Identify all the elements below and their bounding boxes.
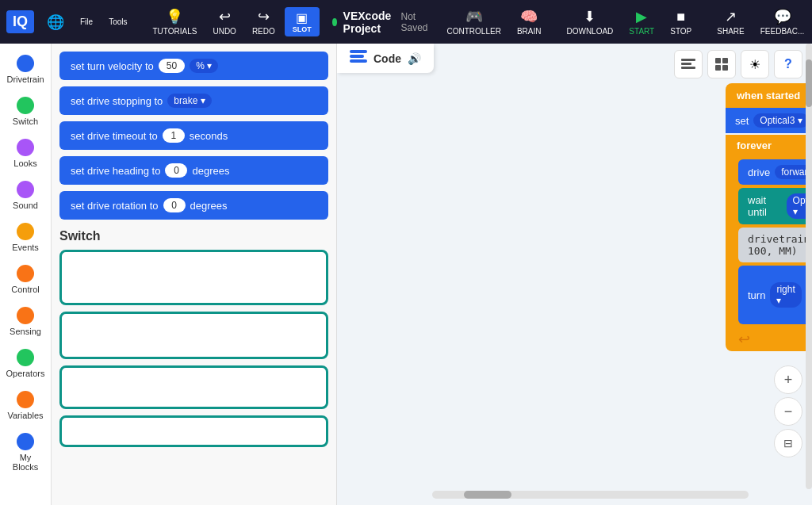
drivetrain-dot	[17, 55, 34, 72]
download-icon: ⬇	[584, 8, 596, 25]
slot-btn[interactable]: ▣ SLOT	[285, 7, 320, 36]
sidebar-item-sound[interactable]: Sound	[2, 176, 48, 215]
drivetrain-label: Drivetrain	[6, 75, 44, 84]
right-scrollbar[interactable]	[806, 44, 812, 489]
logo[interactable]: IQ	[6, 10, 34, 33]
start-label: START	[629, 27, 654, 36]
code-icon	[350, 50, 367, 67]
zoom-reset-btn[interactable]: ⊟	[774, 429, 802, 457]
optical3-pill[interactable]: Optical3 ▾	[753, 113, 808, 128]
undo-label: UNDO	[213, 27, 236, 36]
share-icon: ↗	[725, 8, 737, 25]
bottom-scroll-thumb[interactable]	[464, 491, 511, 499]
sidebar-item-sensing[interactable]: Sensing	[2, 302, 48, 341]
tutorials-btn[interactable]: 💡 TUTORIALS	[147, 5, 204, 39]
switch-label: Switch	[13, 117, 38, 126]
blocks-panel: set turn velocity to 50 % ▾ set drive st…	[52, 44, 337, 505]
switch-block-3[interactable]	[59, 365, 328, 409]
svg-rect-6	[715, 58, 721, 63]
drive-forward-block[interactable]: drive forward ▾	[738, 159, 812, 185]
forever-text: forever	[737, 140, 772, 151]
globe-btn[interactable]: 🌐	[40, 10, 71, 34]
drivetrain-code: drivetrain.drive_for(REVERSE, 100, MM)	[748, 233, 812, 257]
block-drive-heading[interactable]: set drive heading to 0 degrees	[59, 156, 328, 185]
undo-btn[interactable]: ↩ UNDO	[206, 5, 242, 39]
sidebar-item-looks[interactable]: Looks	[2, 134, 48, 173]
start-btn[interactable]: ▶ START	[622, 5, 661, 39]
switch-block-4[interactable]	[59, 415, 328, 447]
controller-label: CONTROLLER	[447, 27, 501, 36]
slot-label: SLOT	[293, 25, 312, 33]
sidebar-item-variables[interactable]: Variables	[2, 386, 48, 425]
switch-block-2[interactable]	[59, 312, 328, 359]
sidebar-item-switch[interactable]: Switch	[2, 92, 48, 131]
block-turn-velocity[interactable]: set turn velocity to 50 % ▾	[59, 52, 328, 80]
code-header: Code 🔊	[337, 44, 434, 73]
redo-label: REDO	[252, 27, 275, 36]
file-btn[interactable]: File	[74, 14, 99, 29]
block-drive-stopping[interactable]: set drive stopping to brake ▾	[59, 86, 328, 115]
sun-view-btn[interactable]: ☀	[741, 50, 769, 78]
feedback-icon: 💬	[774, 8, 791, 25]
drivetrain-drive-for-block[interactable]: drivetrain.drive_for(REVERSE, 100, MM)	[738, 228, 812, 262]
zoom-in-btn[interactable]: +	[774, 365, 802, 394]
brain-btn[interactable]: 🧠 BRAIN	[511, 5, 548, 39]
control-label: Control	[11, 285, 39, 294]
svg-rect-3	[681, 59, 695, 61]
operators-dot	[17, 349, 34, 366]
tools-label: Tools	[109, 17, 127, 26]
svg-rect-1	[350, 55, 364, 58]
main-area: Drivetrain Switch Looks Sound Events Con…	[0, 44, 812, 505]
project-dot	[332, 18, 337, 26]
set-optical-block[interactable]: set Optical3 ▾ to color ▾ mode	[726, 108, 812, 133]
svg-rect-0	[350, 50, 367, 53]
block-drive-rotation[interactable]: set drive rotation to 0 degrees	[59, 191, 328, 220]
looks-dot	[17, 139, 34, 156]
toolbar: IQ 🌐 File Tools 💡 TUTORIALS ↩ UNDO ↪ RED…	[0, 0, 812, 44]
file-label: File	[80, 17, 93, 26]
myblocks-dot	[17, 433, 34, 450]
canvas-area[interactable]: Code 🔊 ☀ ? when started set Optical3 ▾	[337, 44, 812, 505]
right-dropdown[interactable]: right ▾	[770, 282, 801, 308]
sidebar-item-control[interactable]: Control	[2, 260, 48, 299]
view-toolbar: ☀ ?	[674, 50, 802, 78]
code-view-btn[interactable]	[674, 50, 703, 78]
redo-btn[interactable]: ↪ REDO	[246, 5, 282, 39]
download-label: DOWNLOAD	[566, 27, 613, 36]
share-label: SHARE	[717, 27, 744, 36]
download-btn[interactable]: ⬇ DOWNLOAD	[560, 5, 619, 39]
grid-view-btn[interactable]	[707, 50, 736, 78]
zoom-controls: + − ⊟	[774, 365, 802, 457]
controller-icon: 🎮	[465, 8, 483, 25]
brain-icon: 🧠	[520, 8, 538, 25]
brain-label: BRAIN	[517, 27, 542, 36]
when-started-block[interactable]: when started	[726, 83, 812, 108]
bottom-scrollbar[interactable]	[432, 491, 749, 499]
block-group-main: when started set Optical3 ▾ to color ▾ m…	[726, 83, 812, 351]
feedback-label: FEEDBAC...	[760, 27, 805, 36]
svg-rect-2	[350, 59, 367, 63]
myblocks-label: My Blocks	[6, 453, 45, 472]
help-btn[interactable]: ?	[774, 50, 802, 78]
right-scroll-thumb[interactable]	[806, 59, 812, 107]
operators-label: Operators	[6, 369, 45, 378]
tutorials-icon: 💡	[166, 8, 183, 25]
control-dot	[17, 265, 34, 282]
events-dot	[17, 223, 34, 240]
stop-btn[interactable]: ■ STOP	[664, 6, 698, 39]
zoom-out-btn[interactable]: −	[774, 397, 802, 426]
turn-right-block[interactable]: turn right ▾ for pick random 90 to 180 d…	[738, 266, 812, 324]
controller-btn[interactable]: 🎮 CONTROLLER	[441, 5, 508, 39]
block-drive-timeout[interactable]: set drive timeout to 1 seconds	[59, 121, 328, 150]
switch-block-1[interactable]	[59, 250, 328, 305]
feedback-btn[interactable]: 💬 FEEDBAC...	[754, 5, 811, 39]
sidebar-item-events[interactable]: Events	[2, 218, 48, 257]
tools-btn[interactable]: Tools	[102, 14, 133, 29]
code-header-label: Code	[373, 52, 401, 65]
sidebar-item-myblocks[interactable]: My Blocks	[2, 428, 48, 476]
wait-until-block[interactable]: wait until Optical3 ▾ detects red ▾ ?	[738, 188, 812, 224]
share-btn[interactable]: ↗ SHARE	[710, 5, 750, 39]
sidebar-item-operators[interactable]: Operators	[2, 344, 48, 383]
stop-label: STOP	[670, 27, 691, 36]
sidebar-item-drivetrain[interactable]: Drivetrain	[2, 50, 48, 89]
